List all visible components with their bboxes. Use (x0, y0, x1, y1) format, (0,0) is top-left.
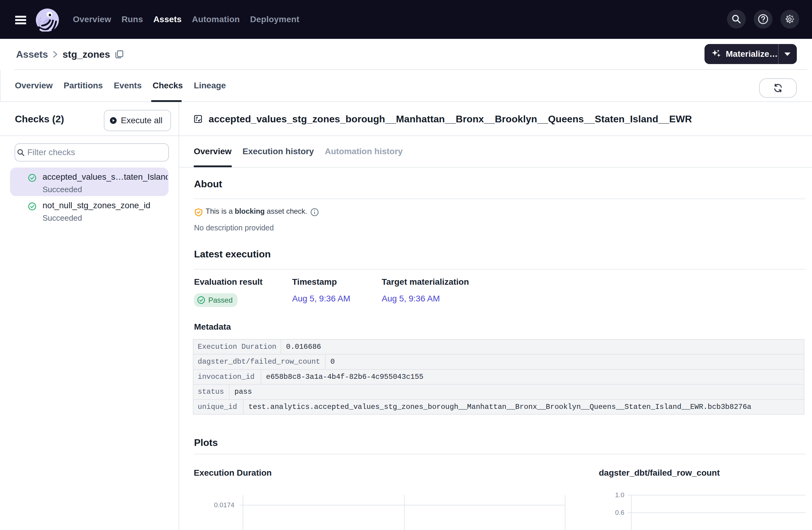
svg-text:0.0174: 0.0174 (214, 501, 234, 509)
svg-text:1.0: 1.0 (615, 491, 624, 499)
svg-text:0.6: 0.6 (615, 509, 624, 516)
